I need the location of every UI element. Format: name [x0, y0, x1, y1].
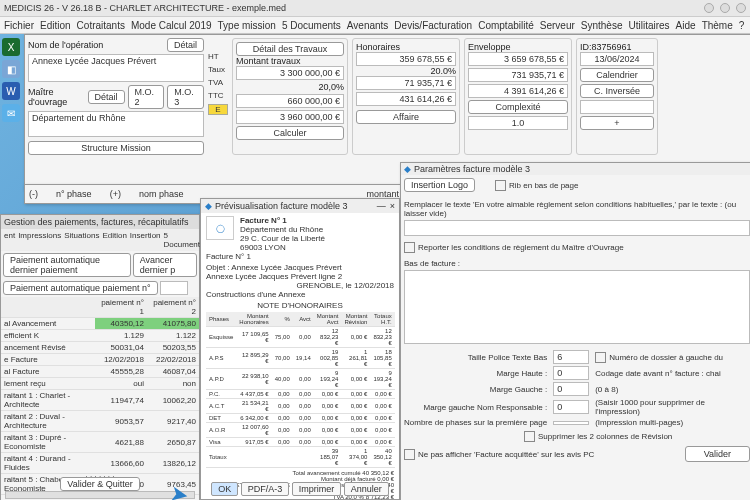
- table-row: A.P.S12 895,29 €70,0019,1419 002,85 €1 2…: [206, 348, 395, 369]
- table-row[interactable]: al Facture45555,2846087,04: [1, 366, 199, 378]
- menu-documents[interactable]: 5 Documents: [282, 20, 341, 31]
- phase-minus[interactable]: (-): [29, 189, 38, 199]
- env-v1[interactable]: 3 659 678,55 €: [468, 52, 568, 66]
- mgr-btn-auto-n[interactable]: Paiement automatique paiement n°: [3, 281, 158, 295]
- cinversee-button[interactable]: C. Inversée: [580, 84, 654, 98]
- mgr-n-field[interactable]: [160, 281, 188, 295]
- menu-avenants[interactable]: Avenants: [347, 20, 389, 31]
- hono-v1[interactable]: 359 678,55 €: [356, 52, 456, 66]
- env-v3[interactable]: 4 391 614,26 €: [468, 84, 568, 98]
- npp-label: Nombre de phases sur la première page: [404, 418, 547, 427]
- win-close-icon[interactable]: [736, 3, 746, 13]
- objet-val2: Annexe Lycée Jacques Prévert ligne 2: [206, 272, 394, 281]
- date-field[interactable]: 13/06/2024: [580, 52, 654, 66]
- menu-aide[interactable]: Aide: [676, 20, 696, 31]
- sup-check[interactable]: Supprimer les 2 colonnes de Révision: [404, 431, 750, 442]
- table-row[interactable]: lement reçuouinon: [1, 378, 199, 390]
- mg-field[interactable]: 0: [553, 382, 589, 396]
- mo-detail-button[interactable]: Détail: [88, 90, 125, 104]
- menu-modecalcul[interactable]: Mode Calcul 2019: [131, 20, 212, 31]
- menu-serveur[interactable]: Serveur: [540, 20, 575, 31]
- facture-dep: Département du Rhône: [240, 225, 323, 234]
- menu-theme[interactable]: Thème: [702, 20, 733, 31]
- plus-button[interactable]: +: [580, 116, 654, 130]
- params-valider-button[interactable]: Valider: [685, 446, 750, 462]
- table-row: A.C.T21 534,21 €0,000,000,00 €0,00 €0,00…: [206, 399, 395, 414]
- preview-close-icon[interactable]: ×: [390, 201, 395, 211]
- travaux-sub-field[interactable]: 660 000,00 €: [236, 94, 344, 108]
- table-row[interactable]: al Avancement40350,1241075,80: [1, 318, 199, 330]
- mnr-field[interactable]: 0: [553, 400, 589, 414]
- preview-title: Prévisualisation facture modèle 3: [215, 201, 348, 211]
- mgr-tab-edition[interactable]: Edition: [102, 231, 126, 249]
- menu-fichier[interactable]: Fichier: [4, 20, 34, 31]
- mgr-col2[interactable]: paiement n° 2: [147, 297, 199, 318]
- menu-utilitaires[interactable]: Utilitaires: [628, 20, 669, 31]
- reporter-check[interactable]: Reporter les conditions de règlement du …: [404, 242, 750, 253]
- rib-check[interactable]: Rib en bas de page: [495, 180, 578, 191]
- mail-icon[interactable]: ✉: [2, 104, 20, 122]
- hono-v3[interactable]: 431 614,26 €: [356, 92, 456, 106]
- mgr-tab-impressions[interactable]: Impressions: [18, 231, 61, 249]
- table-row[interactable]: raitant 1 : Charlet - Architecte11947,74…: [1, 390, 199, 411]
- mgr-tab-insertion[interactable]: Insertion: [130, 231, 161, 249]
- mgr-tab-ent[interactable]: ent: [4, 231, 15, 249]
- complexite-button[interactable]: Complexité: [468, 100, 568, 114]
- insertion-logo-button[interactable]: Insertion Logo: [404, 178, 475, 192]
- montant-travaux-field[interactable]: 3 300 000,00 €: [236, 66, 344, 80]
- menu-help[interactable]: ?: [739, 20, 745, 31]
- calendrier-button[interactable]: Calendrier: [580, 68, 654, 82]
- menu-compta[interactable]: Comptabilité: [478, 20, 534, 31]
- mgr-btn-advance[interactable]: Avancer dernier p: [133, 253, 197, 277]
- word-icon[interactable]: W: [2, 82, 20, 100]
- travaux-tot-field[interactable]: 3 960 000,00 €: [236, 110, 344, 124]
- calculer-button[interactable]: Calculer: [236, 126, 344, 140]
- mgr-col1[interactable]: paiement n° 1: [95, 297, 147, 318]
- mh-field[interactable]: 0: [553, 366, 589, 380]
- avis-check[interactable]: Ne pas afficher 'Facture acquittée' sur …: [404, 449, 594, 460]
- win-min-icon[interactable]: [704, 3, 714, 13]
- replace-field[interactable]: [404, 220, 750, 236]
- op-detail-button[interactable]: Détail: [167, 38, 204, 52]
- col-header: Totaux H.T.: [370, 312, 394, 327]
- valider-quitter-button[interactable]: Valider & Quitter: [60, 477, 139, 491]
- montant-travaux-label: Montant travaux: [236, 56, 344, 66]
- company-logo-icon: ◯: [206, 216, 234, 240]
- preview-cancel-button[interactable]: Annuler: [344, 482, 389, 496]
- mgr-tab-situations[interactable]: Situations: [64, 231, 99, 249]
- mo2-button[interactable]: M.O. 2: [128, 85, 165, 109]
- mo-field[interactable]: Département du Rhône: [28, 111, 204, 137]
- app-icon[interactable]: ◧: [2, 60, 20, 78]
- preview-pdf-button[interactable]: PDF/A-3: [241, 482, 290, 496]
- mgr-tab-docs[interactable]: 5 Documents: [164, 231, 204, 249]
- npp-field[interactable]: [553, 421, 589, 425]
- phase-plus[interactable]: (+): [110, 189, 121, 199]
- preview-print-button[interactable]: Imprimer: [292, 482, 342, 496]
- preview-min-icon[interactable]: —: [377, 201, 386, 211]
- menu-typemission[interactable]: Type mission: [218, 20, 276, 31]
- table-row[interactable]: e Facture12/02/201822/02/2018: [1, 354, 199, 366]
- menu-edition[interactable]: Edition: [40, 20, 71, 31]
- menu-cotraitants[interactable]: Cotraitants: [77, 20, 125, 31]
- affaire-button[interactable]: Affaire: [356, 110, 456, 124]
- structure-mission-button[interactable]: Structure Mission: [28, 141, 204, 155]
- table-row[interactable]: efficient K1.1291.122: [1, 330, 199, 342]
- env-v2[interactable]: 731 935,71 €: [468, 68, 568, 82]
- table-row[interactable]: raitant 3 : Dupré - Economiste4621,88265…: [1, 432, 199, 453]
- menu-devis[interactable]: Devis/Facturation: [394, 20, 472, 31]
- table-row[interactable]: ancement Révisé50031,0450203,55: [1, 342, 199, 354]
- detail-travaux-button[interactable]: Détail des Travaux: [236, 42, 344, 56]
- bas-field[interactable]: [404, 270, 750, 344]
- complexite-val[interactable]: 1.0: [468, 116, 568, 130]
- hono-v2[interactable]: 71 935,71 €: [356, 76, 456, 90]
- num-check[interactable]: Numéro de dossier à gauche du: [595, 352, 750, 363]
- mgr-btn-auto-last[interactable]: Paiement automatique dernier paiement: [3, 253, 131, 277]
- table-row[interactable]: raitant 2 : Duval - Architecture9053,579…: [1, 411, 199, 432]
- win-max-icon[interactable]: [720, 3, 730, 13]
- mo3-button[interactable]: M.O. 3: [167, 85, 204, 109]
- excel-icon[interactable]: X: [2, 38, 20, 56]
- preview-ok-button[interactable]: OK: [211, 482, 238, 496]
- op-name-field[interactable]: Annexe Lycée Jacques Prévert: [28, 54, 204, 82]
- tp-field[interactable]: 6: [553, 350, 589, 364]
- menu-synthese[interactable]: Synthèse: [581, 20, 623, 31]
